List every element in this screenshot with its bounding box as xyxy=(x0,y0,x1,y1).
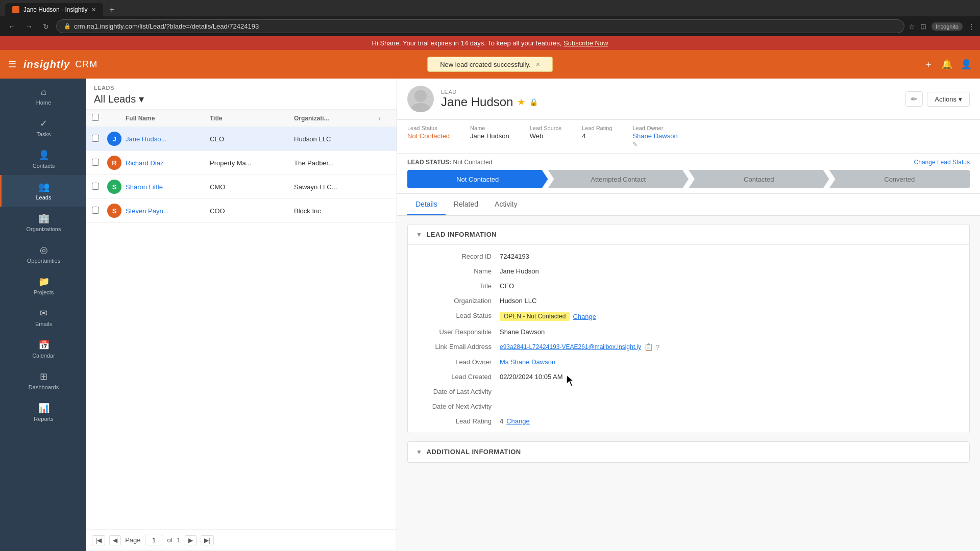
change-lead-status-link[interactable]: Change Lead Status xyxy=(914,159,970,166)
avatar: J xyxy=(107,132,121,146)
section-header-additional-info[interactable]: ▼ ADDITIONAL INFORMATION xyxy=(408,442,969,462)
sidebar-item-calendar[interactable]: 📅 Calendar xyxy=(0,333,86,365)
row-checkbox[interactable] xyxy=(92,159,107,167)
email-link[interactable]: e93a2841-L72424193-VEAE261@mailbox.insig… xyxy=(500,343,641,350)
notifications-btn[interactable]: 🔔 xyxy=(941,59,952,70)
tab-details[interactable]: Details xyxy=(407,194,446,215)
pipeline-step-not-contacted[interactable]: Not Contacted xyxy=(407,170,548,188)
sidebar-item-projects[interactable]: 📁 Projects xyxy=(0,270,86,302)
col-org: Organizati... xyxy=(294,115,378,122)
email-help-icon: ? xyxy=(656,343,659,351)
sidebar-item-reports[interactable]: 📊 Reports xyxy=(0,396,86,428)
extension-icon[interactable]: ⊡ xyxy=(920,22,926,31)
select-all-checkbox[interactable] xyxy=(92,114,99,121)
sidebar-item-home[interactable]: ⌂ Home xyxy=(0,81,86,112)
row-checkbox[interactable] xyxy=(92,183,107,191)
next-page-btn[interactable]: ▶ xyxy=(185,535,197,545)
info-row-title: Title CEO xyxy=(408,279,969,293)
info-row-lead-created: Lead Created 02/20/2024 10:05 AM xyxy=(408,369,969,384)
last-page-btn[interactable]: ▶| xyxy=(201,535,214,545)
sidebar-label-dashboards: Dashboards xyxy=(29,384,59,390)
notification-bar: New lead created successfully. × xyxy=(427,57,553,72)
sidebar-item-contacts[interactable]: 👤 Contacts xyxy=(0,143,86,175)
change-rating-btn[interactable]: Change xyxy=(506,417,530,425)
value-lead-status: OPEN - Not Contacted Change xyxy=(500,312,959,321)
table-row[interactable]: S Steven Payn... COO Block Inc xyxy=(86,199,397,223)
prev-page-btn[interactable]: ◀ xyxy=(109,535,121,545)
tab-bar: Jane Hudson - Insightly ✕ + xyxy=(5,3,975,16)
first-page-btn[interactable]: |◀ xyxy=(92,535,105,545)
table-row[interactable]: S Sharon Little CMO Sawayn LLC... xyxy=(86,175,397,199)
add-btn[interactable]: ＋ xyxy=(924,58,933,70)
value-name: Jane Hudson xyxy=(500,267,959,275)
label-lead-status: Lead Status xyxy=(418,312,500,319)
row-org: Block Inc xyxy=(294,207,378,215)
edit-btn[interactable]: ✏ xyxy=(905,91,923,107)
row-checkbox[interactable] xyxy=(92,135,107,143)
new-tab-btn[interactable]: + xyxy=(105,3,118,16)
detail-panel: LEAD Jane Hudson ★ 🔒 ✏ Actions ▾ xyxy=(397,79,980,551)
change-status-btn[interactable]: Change xyxy=(573,313,596,320)
status-label-row: LEAD STATUS: Not Contacted Change Lead S… xyxy=(407,159,970,166)
row-name[interactable]: Steven Payn... xyxy=(126,207,210,215)
sidebar-item-tasks[interactable]: ✓ Tasks xyxy=(0,112,86,143)
pipeline-step-converted[interactable]: Converted xyxy=(829,170,970,188)
tab-close-btn[interactable]: ✕ xyxy=(91,7,96,13)
pipeline-step-attempted-contact[interactable]: Attempted Contact xyxy=(548,170,689,188)
meta-label-owner: Lead Owner xyxy=(632,125,677,131)
contacts-icon: 👤 xyxy=(38,149,50,161)
row-name[interactable]: Richard Diaz xyxy=(126,159,210,167)
page-number-input[interactable] xyxy=(145,535,163,545)
address-bar[interactable]: 🔒 crm.na1.insightly.com/list/Lead/?blade… xyxy=(56,19,904,33)
col-title: Title xyxy=(210,115,294,122)
meta-label-name: Name xyxy=(470,125,509,131)
leads-title-dropdown-btn[interactable]: ▾ xyxy=(139,93,144,105)
sidebar-item-emails[interactable]: ✉ Emails xyxy=(0,302,86,333)
notification-close-btn[interactable]: × xyxy=(536,60,540,68)
section-header-lead-info[interactable]: ▼ LEAD INFORMATION xyxy=(408,224,969,245)
user-profile-btn[interactable]: 👤 xyxy=(961,59,972,70)
bookmark-icon[interactable]: ☆ xyxy=(909,22,915,31)
row-checkbox[interactable] xyxy=(92,207,107,215)
table-row[interactable]: R Richard Diaz Property Ma... The Padber… xyxy=(86,151,397,175)
email-copy-btn[interactable]: 📋 xyxy=(644,343,653,351)
subscribe-link[interactable]: Subscribe Now xyxy=(564,39,608,47)
main-layout: ⌂ Home ✓ Tasks 👤 Contacts 👥 Leads 🏢 Orga… xyxy=(0,79,980,551)
col-checkbox xyxy=(92,114,107,122)
row-name[interactable]: Sharon Little xyxy=(126,183,210,191)
pipeline-step-contacted[interactable]: Contacted xyxy=(689,170,829,188)
forward-btn[interactable]: → xyxy=(22,21,36,32)
sidebar: ⌂ Home ✓ Tasks 👤 Contacts 👥 Leads 🏢 Orga… xyxy=(0,79,86,551)
info-row-lead-owner: Lead Owner Ms Shane Dawson xyxy=(408,355,969,369)
active-tab[interactable]: Jane Hudson - Insightly ✕ xyxy=(5,3,103,16)
meta-label-status: Lead Status xyxy=(407,125,450,131)
meta-lead-rating: Lead Rating 4 xyxy=(582,125,612,148)
sidebar-item-organizations[interactable]: 🏢 Organizations xyxy=(0,207,86,238)
content-area: LEADS All Leads ▾ Full Name Title Organi… xyxy=(86,79,980,551)
sidebar-item-opportunities[interactable]: ◎ Opportunities xyxy=(0,238,86,270)
label-title: Title xyxy=(418,282,500,290)
sidebar-label-projects: Projects xyxy=(34,289,54,295)
value-lead-owner[interactable]: Ms Shane Dawson xyxy=(500,358,959,366)
star-icon[interactable]: ★ xyxy=(517,96,525,108)
notification-text: New lead created successfully. xyxy=(440,61,531,68)
tasks-icon: ✓ xyxy=(40,118,47,129)
sidebar-item-leads[interactable]: 👥 Leads xyxy=(0,175,86,207)
owner-edit-icon[interactable]: ✎ xyxy=(632,141,677,148)
tab-related[interactable]: Related xyxy=(446,194,486,215)
row-name[interactable]: Jane Hudso... xyxy=(126,135,210,143)
label-lead-created: Lead Created xyxy=(418,373,500,381)
back-btn[interactable]: ← xyxy=(5,21,18,32)
sidebar-item-dashboards[interactable]: ⊞ Dashboards xyxy=(0,365,86,396)
detail-content: ▼ LEAD INFORMATION Record ID 72424193 Na… xyxy=(397,216,980,479)
section-title-additional: ADDITIONAL INFORMATION xyxy=(426,448,521,456)
total-pages: 1 xyxy=(177,536,180,544)
table-row[interactable]: J Jane Hudso... CEO Hudson LLC xyxy=(86,127,397,151)
actions-btn[interactable]: Actions ▾ xyxy=(927,92,970,107)
leads-title-row: All Leads ▾ xyxy=(94,93,388,105)
hamburger-menu[interactable]: ☰ xyxy=(8,59,16,70)
menu-icon[interactable]: ⋮ xyxy=(968,22,975,31)
meta-value-owner[interactable]: Shane Dawson xyxy=(632,132,677,140)
tab-activity[interactable]: Activity xyxy=(486,194,525,215)
refresh-btn[interactable]: ↻ xyxy=(40,21,52,32)
